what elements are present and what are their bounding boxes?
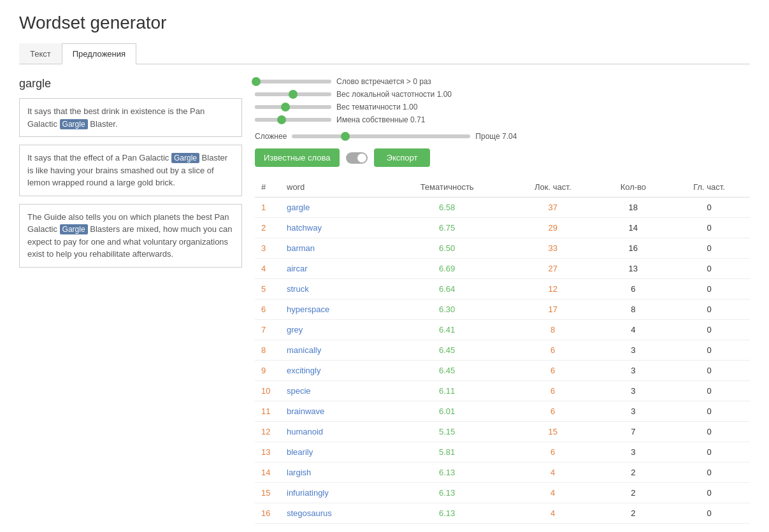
slider-thumb-2[interactable]	[289, 90, 298, 99]
cell-local: 37	[508, 198, 598, 218]
table-row: 6 hyperspace 6.30 17 8 0	[255, 299, 750, 320]
table-row: 12 humanoid 5.15 15 7 0	[255, 422, 750, 442]
cell-word[interactable]: specie	[280, 381, 386, 401]
tab-text[interactable]: Текст	[19, 43, 62, 64]
slider-track-3[interactable]	[255, 105, 331, 109]
cell-word[interactable]: hatchway	[280, 218, 386, 238]
slider-thumb-3[interactable]	[281, 103, 290, 111]
tab-sentences[interactable]: Предложения	[62, 43, 136, 64]
known-words-toggle[interactable]	[346, 152, 368, 164]
table-row: 7 grey 6.41 8 4 0	[255, 320, 750, 340]
cell-local: 12	[508, 279, 598, 299]
export-button[interactable]: Экспорт	[374, 148, 431, 167]
cell-word[interactable]: struck	[280, 279, 386, 299]
slider-label-4: Имена собственные 0.71	[336, 115, 425, 124]
cell-global: 0	[668, 381, 750, 401]
cell-word[interactable]: aircar	[280, 259, 386, 279]
cell-global: 0	[668, 340, 750, 361]
slider-track-4[interactable]	[255, 118, 331, 122]
cell-count: 4	[598, 320, 669, 340]
toggle-knob	[357, 154, 366, 162]
cell-global: 0	[668, 279, 750, 299]
cell-count: 3	[598, 381, 669, 401]
cell-global: 0	[668, 198, 750, 218]
words-table: # word Тематичность Лок. част. Кол-во Гл…	[255, 177, 750, 524]
cell-count: 7	[598, 422, 669, 442]
cell-thematic: 6.45	[386, 340, 507, 361]
table-row: 15 infuriatingly 6.13 4 2 0	[255, 483, 750, 503]
cell-thematic: 6.11	[386, 381, 507, 401]
cell-word[interactable]: brainwave	[280, 401, 386, 422]
complexity-track[interactable]	[292, 134, 470, 138]
cell-word[interactable]: blearily	[280, 442, 386, 463]
sentence-1-text2: Blaster.	[88, 119, 118, 129]
table-row: 16 stegosaurus 6.13 4 2 0	[255, 503, 750, 524]
cell-word[interactable]: grey	[280, 320, 386, 340]
cell-count: 16	[598, 238, 669, 259]
table-row: 14 largish 6.13 4 2 0	[255, 463, 750, 483]
complexity-thumb[interactable]	[341, 132, 350, 141]
cell-num: 1	[255, 198, 280, 218]
cell-word[interactable]: humanoid	[280, 422, 386, 442]
cell-global: 0	[668, 503, 750, 524]
slider-label-1: Слово встречается > 0 раз	[336, 77, 431, 86]
cell-word[interactable]: hyperspace	[280, 299, 386, 320]
slider-label-3: Вес тематичности 1.00	[336, 103, 417, 111]
slider-thumb-1[interactable]	[252, 77, 261, 86]
table-row: 2 hatchway 6.75 29 14 0	[255, 218, 750, 238]
sentence-1: It says that the best drink in existence…	[19, 98, 242, 137]
right-panel: Слово встречается > 0 раз Вес локальной …	[255, 77, 750, 524]
cell-global: 0	[668, 483, 750, 503]
col-header-local: Лок. част.	[508, 177, 598, 198]
table-row: 5 struck 6.64 12 6 0	[255, 279, 750, 299]
slider-row-4: Имена собственные 0.71	[255, 115, 750, 124]
cell-word[interactable]: gargle	[280, 198, 386, 218]
sentence-1-highlight: Gargle	[60, 119, 88, 129]
cell-num: 7	[255, 320, 280, 340]
cell-count: 13	[598, 259, 669, 279]
complexity-label-left: Сложнее	[255, 132, 287, 141]
tab-bar: Текст Предложения	[19, 43, 750, 64]
cell-local: 6	[508, 340, 598, 361]
table-row: 8 manically 6.45 6 3 0	[255, 340, 750, 361]
cell-word[interactable]: excitingly	[280, 361, 386, 381]
cell-num: 12	[255, 422, 280, 442]
cell-local: 29	[508, 218, 598, 238]
cell-num: 8	[255, 340, 280, 361]
cell-count: 14	[598, 218, 669, 238]
table-row: 4 aircar 6.69 27 13 0	[255, 259, 750, 279]
slider-track-1[interactable]	[255, 80, 331, 83]
cell-global: 0	[668, 259, 750, 279]
known-words-button[interactable]: Известные слова	[255, 148, 340, 167]
cell-count: 2	[598, 503, 669, 524]
slider-track-2[interactable]	[255, 92, 331, 96]
cell-count: 18	[598, 198, 669, 218]
cell-count: 2	[598, 463, 669, 483]
cell-word[interactable]: largish	[280, 463, 386, 483]
table-row: 9 excitingly 6.45 6 3 0	[255, 361, 750, 381]
cell-global: 0	[668, 442, 750, 463]
cell-num: 10	[255, 381, 280, 401]
cell-thematic: 6.64	[386, 279, 507, 299]
cell-thematic: 5.15	[386, 422, 507, 442]
cell-thematic: 6.69	[386, 259, 507, 279]
cell-word[interactable]: barman	[280, 238, 386, 259]
cell-word[interactable]: manically	[280, 340, 386, 361]
cell-thematic: 6.13	[386, 463, 507, 483]
cell-num: 16	[255, 503, 280, 524]
col-header-count: Кол-во	[598, 177, 669, 198]
cell-local: 4	[508, 503, 598, 524]
cell-global: 0	[668, 218, 750, 238]
slider-thumb-4[interactable]	[277, 115, 286, 124]
cell-local: 17	[508, 299, 598, 320]
cell-thematic: 6.41	[386, 320, 507, 340]
cell-num: 9	[255, 361, 280, 381]
sentence-2: It says that the effect of a Pan Galacti…	[19, 145, 242, 196]
buttons-row: Известные слова Экспорт	[255, 148, 750, 167]
sentence-2-text1: It says that the effect of a Pan Galacti…	[27, 153, 171, 162]
cell-word[interactable]: infuriatingly	[280, 483, 386, 503]
cell-word[interactable]: stegosaurus	[280, 503, 386, 524]
cell-local: 4	[508, 483, 598, 503]
cell-global: 0	[668, 422, 750, 442]
cell-thematic: 6.75	[386, 218, 507, 238]
